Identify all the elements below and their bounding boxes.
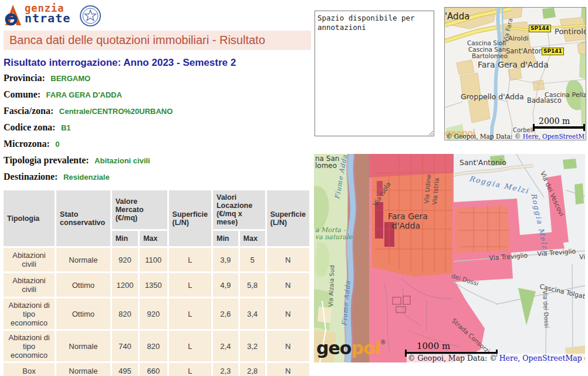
cell-vm-max: 820 (140, 331, 167, 361)
sub-header-min: Min (112, 231, 138, 246)
logo-line-entrate: ntrate (25, 12, 70, 24)
field-destinazione: Destinazione: Residenziale (4, 172, 311, 182)
cell-superficie-2: N (267, 331, 309, 361)
map-label-fara-gera-2: d'Adda (388, 221, 424, 230)
geopoi-logo-geo: geo (316, 338, 351, 358)
cell-superficie-1: L (169, 248, 211, 271)
cell-stato: Normale (56, 248, 110, 271)
geopoi-logo: geopoi® (316, 340, 386, 357)
cell-vm-max: 660 (140, 363, 167, 376)
cell-stato: Normale (56, 363, 110, 376)
cell-superficie-2: N (267, 248, 309, 271)
cell-vm-max: 920 (140, 298, 167, 329)
here-link[interactable]: Here, (499, 354, 521, 362)
table-row: Box Normale 495 660 L 2,3 2,8 N (4, 363, 309, 376)
osm-link[interactable]: OpenStreetMap contributors (522, 354, 585, 362)
cell-vl-min: 2,4 (213, 331, 238, 361)
quotazioni-table: Tipologia Stato conservativo Valore Merc… (2, 189, 311, 376)
map-label-morta-2: va naturale (315, 234, 352, 240)
field-microzona: Microzona: 0 (4, 139, 311, 149)
zone-map[interactable]: na San lomeo Fiume Adda Fiume Adda a Mor… (314, 154, 585, 362)
results-panel: genzia ntrate Banca dati delle quotazion… (4, 4, 311, 376)
map-attribution: © Geopoi, Map Data: © Here, OpenStreetMa… (407, 354, 585, 362)
here-link[interactable]: Here, (523, 133, 540, 140)
field-label: Destinazione: (4, 172, 58, 182)
field-label: Microzona: (4, 139, 50, 149)
map-label-cascina-san: Cascina San (468, 46, 506, 53)
result-fields: Provincia: BERGAMO Comune: FARA GERA D'A… (4, 73, 311, 182)
cell-tipologia: Abitazioni di tipo economico (4, 331, 55, 361)
cell-superficie-2: N (267, 273, 309, 297)
cell-tipologia: Abitazioni civili (4, 248, 55, 271)
map-label-morta-1: a Morta - (315, 227, 345, 233)
cell-vl-min: 4,9 (213, 273, 238, 297)
cell-superficie-1: L (169, 273, 211, 297)
cell-stato: Ottimo (56, 298, 110, 329)
table-row: Abitazioni civili Ottimo 1200 1350 L 4,9… (4, 273, 309, 297)
map-label-airoldi: Airoldi (508, 35, 529, 42)
overview-map[interactable]: 'Adda Via Fara Airoldi SP144 Pontirolo C… (444, 7, 586, 140)
geopoi-logo-poi: poi (351, 338, 380, 358)
cell-vl-min: 3,9 (213, 248, 238, 271)
cell-superficie-1: L (169, 331, 211, 361)
field-label: Fascia/zona: (4, 106, 53, 116)
attribution-text: © Geopoi, Map Data: © (408, 354, 499, 362)
field-tipologia-prevalente: Tipologia prevalente: Abitazioni civili (4, 156, 311, 166)
cell-vm-min: 920 (112, 248, 138, 271)
field-value: Residenziale (63, 173, 110, 182)
geopoi-logo-registered: ® (380, 339, 386, 345)
map-label-adda: 'Adda (445, 12, 469, 21)
cell-vm-min: 495 (112, 363, 138, 376)
map-label-bartolomeo: Bartolomeo (472, 53, 508, 59)
field-value: BERGAMO (50, 74, 90, 83)
field-label: Provincia: (4, 73, 45, 83)
field-codice-zona: Codice zona: B1 (4, 123, 311, 133)
col-header-stato: Stato conservativo (56, 190, 110, 246)
field-label: Tipologia prevalente: (4, 155, 89, 165)
cell-tipologia: Box (4, 363, 55, 376)
scale-bar (533, 124, 585, 131)
attribution-text: © Geopoi, Map Data: © (446, 133, 523, 140)
cell-vm-min: 1200 (112, 273, 138, 297)
field-value: Abitazioni civili (94, 156, 150, 165)
field-label: Comune: (4, 89, 40, 99)
cell-vm-min: 820 (112, 298, 138, 329)
cell-tipologia: Abitazioni di tipo economico (4, 298, 55, 329)
cell-superficie-1: L (169, 298, 211, 329)
cell-superficie-1: L (169, 363, 211, 376)
map-label-sant-antonio: Sant'Antonio (459, 159, 506, 167)
field-value: 0 (55, 140, 59, 149)
map-label-vi-cut: Vi (579, 254, 585, 260)
cell-vl-min: 2,3 (213, 363, 238, 376)
agenzia-entrate-mark-icon (4, 4, 23, 27)
map-label-groppello: Groppello d'Adda (461, 93, 524, 101)
map-label-fara-gera-1: Fara Gera (388, 212, 424, 220)
sub-header-max: Max (140, 231, 167, 246)
agenzia-entrate-wordmark: genzia ntrate (25, 4, 70, 24)
map-label-via-dei-dossi: Via dei Dossi (542, 290, 549, 328)
cell-vm-max: 1100 (140, 248, 167, 271)
sub-header-max: Max (240, 231, 265, 246)
cell-vl-max: 2,8 (240, 363, 265, 376)
map-attribution: © Geopoi, Map Data: © Here, OpenStreetMa… (446, 133, 584, 140)
table-row: Abitazioni civili Normale 920 1100 L 3,9… (4, 248, 309, 271)
sub-header-min: Min (213, 231, 238, 246)
annotations-textarea[interactable]: Spazio disponibile per annotazioni (315, 11, 434, 136)
map-label-pontirolo: Pontirolo (555, 28, 586, 35)
cell-superficie-2: N (267, 298, 309, 329)
osm-link[interactable]: OpenStreetMap contributors (542, 133, 584, 140)
cell-vm-max: 1350 (140, 273, 167, 297)
cell-stato: Ottimo (56, 273, 110, 297)
page: genzia ntrate Banca dati delle quotazion… (0, 0, 588, 376)
field-value: B1 (61, 123, 71, 132)
map-label-cascina-sioli: Cascina Sioli (467, 40, 506, 46)
field-fascia-zona: Fascia/zona: Centrale/CENTRO%20URBANO (4, 106, 311, 116)
road-badge-sp144: SP144 (529, 25, 551, 32)
cell-superficie-2: N (267, 363, 309, 376)
map-label-fara-gera-dadda: Fara Gera d'Adda (478, 61, 549, 69)
cell-vl-max: 3,2 (240, 331, 265, 361)
road-badge-sp141: SP141 (542, 48, 564, 55)
cell-vl-max: 5 (240, 248, 265, 271)
table-row: Abitazioni di tipo economico Normale 740… (4, 331, 309, 361)
italy-emblem-icon (79, 4, 102, 28)
